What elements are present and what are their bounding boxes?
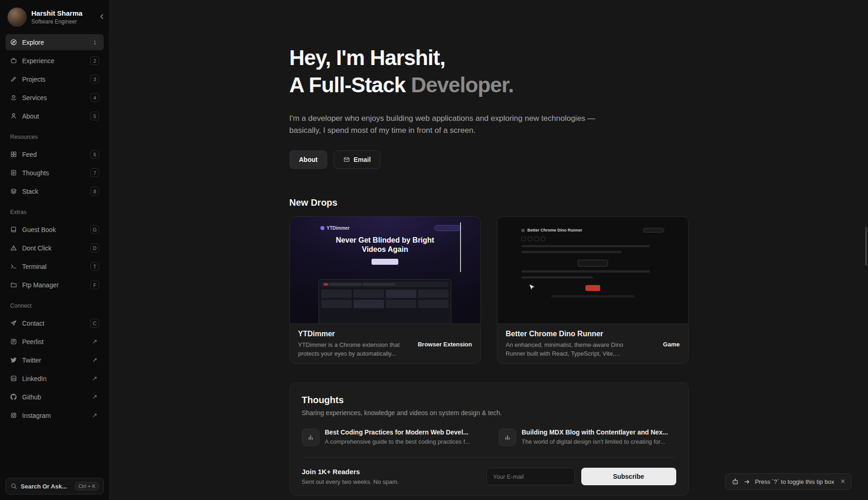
- project-card-ytdimmer[interactable]: YTDimmer Never Get Blinded by Bright Vid…: [289, 216, 481, 364]
- subscribe-button[interactable]: Subscribe: [581, 468, 676, 485]
- sidebar-item-label: About: [22, 113, 85, 120]
- sidebar-item-projects[interactable]: Projects 3: [6, 71, 104, 87]
- arrow-right-icon: [744, 478, 750, 485]
- tip-box: Press `?` to toggle this tip box ×: [725, 473, 851, 490]
- hero-title-line2: A Full-Stack: [289, 73, 406, 97]
- sidebar-item-thoughts[interactable]: Thoughts 7: [6, 165, 104, 181]
- profile[interactable]: Harshit Sharma Software Engineer: [6, 6, 104, 34]
- post-title: Best Coding Practices for Modern Web Dev…: [325, 429, 470, 436]
- dino-logo-icon: [521, 229, 525, 232]
- sidebar-item-peerlist[interactable]: Peerlist ↗: [6, 333, 104, 350]
- shortcut-badge: 7: [90, 168, 99, 177]
- external-link-icon: ↗: [90, 356, 99, 364]
- sidebar: Harshit Sharma Software Engineer Explore…: [0, 0, 110, 500]
- post-item-mdx-blog[interactable]: Building MDX Blog with Contentlayer and …: [499, 429, 676, 446]
- sidebar-item-stack[interactable]: Stack 8: [6, 183, 104, 199]
- bar-chart-icon: [504, 434, 511, 441]
- shortcut-badge: C: [90, 319, 99, 327]
- sidebar-item-services[interactable]: Services 4: [6, 89, 104, 106]
- dino-preview-title: Better Chrome Dino Runner: [527, 228, 582, 232]
- sidebar-item-label: Projects: [22, 76, 85, 83]
- chevron-left-icon: [98, 13, 106, 20]
- sidebar-section-extras: Extras: [10, 209, 99, 215]
- sidebar-item-label: Thoughts: [22, 169, 85, 177]
- newsletter-row: Join 1K+ Readers Sent out every two week…: [302, 457, 676, 485]
- sidebar-item-label: Instagram: [22, 412, 85, 419]
- terminal-icon: [10, 263, 17, 270]
- sidebar-item-label: Terminal: [22, 263, 85, 270]
- book-icon: [10, 226, 17, 233]
- hero-description: I'm a developer who enjoys building web …: [289, 113, 608, 137]
- scrollbar-thumb[interactable]: [865, 227, 867, 266]
- preview-cta-pill: [372, 259, 398, 265]
- preview-version-pill: [434, 225, 461, 231]
- note-icon: [10, 169, 17, 176]
- post-excerpt: The world of digital design isn't limite…: [522, 438, 668, 445]
- sidebar-item-ftp-manager[interactable]: Ftp Manager F: [6, 277, 104, 293]
- sidebar-item-dont-click[interactable]: Dont Click D: [6, 240, 104, 256]
- preview-pill: [643, 228, 664, 232]
- instagram-icon: [10, 412, 17, 419]
- external-link-icon: ↗: [90, 374, 99, 383]
- sidebar-item-terminal[interactable]: Terminal T: [6, 258, 104, 274]
- avatar: [7, 7, 27, 27]
- shortcut-badge: D: [90, 244, 99, 252]
- email-input[interactable]: [486, 468, 575, 485]
- ytdimmer-logo-icon: [320, 226, 325, 230]
- preview-browser-mock: [319, 279, 451, 324]
- ytdimmer-preview-headline: Never Get Blinded by Bright Videos Again: [336, 236, 435, 254]
- search-input[interactable]: Search Or Ask... Ctrl + K: [6, 478, 104, 494]
- robot-icon: [732, 478, 739, 485]
- pen-icon: [10, 76, 17, 83]
- compass-icon: [10, 39, 17, 46]
- github-icon: [10, 393, 17, 400]
- sidebar-nav: Explore 1 Experience 2 Projects 3 Servic…: [6, 34, 104, 423]
- tip-text: Press `?` to toggle this tip box: [755, 478, 834, 485]
- project-card-dino-runner[interactable]: Better Chrome Dino Runner: [497, 216, 689, 364]
- profile-role: Software Engineer: [31, 18, 83, 25]
- about-button[interactable]: About: [289, 150, 327, 169]
- dino-preview: Better Chrome Dino Runner: [497, 217, 688, 324]
- sidebar-item-label: Experience: [22, 57, 85, 65]
- external-link-icon: ↗: [90, 393, 99, 401]
- card-description: YTDimmer is a Chrome extension that prot…: [298, 341, 411, 358]
- sidebar-item-guest-book[interactable]: Guest Book G: [6, 221, 104, 238]
- sidebar-item-label: Explore: [22, 39, 85, 46]
- sidebar-item-contact[interactable]: Contact C: [6, 315, 104, 331]
- search-label: Search Or Ask...: [21, 483, 67, 490]
- sidebar-item-twitter[interactable]: Twitter ↗: [6, 352, 104, 368]
- email-button[interactable]: Email: [334, 150, 380, 169]
- sidebar-item-explore[interactable]: Explore 1: [6, 34, 104, 50]
- sidebar-item-experience[interactable]: Experience 2: [6, 53, 104, 69]
- card-description: An enhanced, minimalist, theme-aware Din…: [506, 341, 628, 358]
- card-title: Better Chrome Dino Runner: [506, 330, 628, 338]
- sidebar-item-linkedin[interactable]: LinkedIn ↗: [6, 370, 104, 387]
- peerlist-icon: [10, 338, 17, 345]
- sidebar-collapse-button[interactable]: [98, 13, 106, 20]
- newsletter-subtitle: Sent out every two weeks. No spam.: [302, 478, 480, 485]
- shortcut-badge: G: [90, 225, 99, 234]
- newsletter-title: Join 1K+ Readers: [302, 468, 480, 476]
- sidebar-item-label: Ftp Manager: [22, 281, 85, 289]
- envelope-icon: [343, 156, 350, 163]
- thoughts-posts: Best Coding Practices for Modern Web Dev…: [302, 429, 676, 446]
- post-item-coding-practices[interactable]: Best Coding Practices for Modern Web Dev…: [302, 429, 479, 446]
- sidebar-item-github[interactable]: Github ↗: [6, 389, 104, 405]
- sidebar-item-label: Contact: [22, 320, 85, 327]
- close-icon[interactable]: ×: [841, 478, 845, 485]
- external-link-icon: ↗: [90, 411, 99, 420]
- sidebar-item-feed[interactable]: Feed 6: [6, 146, 104, 162]
- cursor-icon: [529, 284, 535, 292]
- card-type-badge: Game: [663, 341, 679, 348]
- briefcase-icon: [10, 57, 17, 64]
- search-shortcut-badge: Ctrl + K: [75, 482, 99, 490]
- shortcut-badge: 6: [90, 150, 99, 159]
- sidebar-item-about[interactable]: About 5: [6, 108, 104, 124]
- thoughts-panel: Thoughts Sharing experiences, knowledge …: [289, 382, 689, 496]
- sidebar-section-connect: Connect: [10, 303, 99, 309]
- sidebar-item-instagram[interactable]: Instagram ↗: [6, 407, 104, 423]
- sidebar-item-label: Twitter: [22, 357, 85, 364]
- sidebar-item-label: LinkedIn: [22, 375, 85, 382]
- email-button-label: Email: [354, 156, 371, 163]
- sidebar-item-label: Guest Book: [22, 226, 85, 233]
